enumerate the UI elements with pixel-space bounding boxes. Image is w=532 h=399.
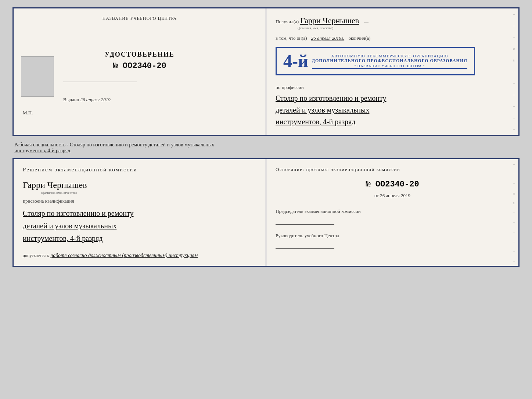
qual-line2: деталей и узлов музыкальных (23, 220, 256, 232)
top-diploma-spread: НАЗВАНИЕ УЧЕБНОГО ЦЕНТРА УДОСТОВЕРЕНИЕ №… (12, 7, 520, 136)
protocol-number-prefix: № (366, 180, 370, 189)
description-text: Рабочая специальность - Столяр по изгото… (12, 142, 520, 154)
date-prefix: от (374, 193, 379, 198)
photo-placeholder (21, 56, 54, 97)
director-role: Руководитель учебного Центра (276, 232, 509, 239)
stamp-org: " НАЗВАНИЕ УЧЕБНОГО ЦЕНТРА " (312, 64, 467, 69)
allowed-section: допускается к работе согласно должностны… (23, 252, 256, 259)
person-fio-label: (фамилия, имя, отчество) (41, 191, 256, 195)
chairman-role: Председатель экзаменационной комиссии (276, 208, 509, 215)
bottom-left-page: Решением экзаменационной комиссии Гарри … (14, 159, 266, 266)
certificate-number: № OO2340-20 (23, 61, 256, 71)
commission-title: Решением экзаменационной комиссии (23, 167, 256, 173)
recipient-row: Получил(а) Гарри Чернышев — (276, 16, 509, 25)
stamp-box: 4-й АВТОНОМНУЮ НЕКОММЕРЧЕСКУЮ ОРГАНИЗАЦИ… (276, 47, 475, 75)
dash-separator: — (364, 19, 369, 24)
description-line1: Рабочая специальность - Столяр по изгото… (14, 142, 214, 147)
stamp-year: 4-й (283, 52, 308, 70)
stamp-line2: ДОПОЛНИТЕЛЬНОГО ПРОФЕССИОНАЛЬНОГО ОБРАЗО… (312, 58, 467, 64)
issued-line: Выдано 26 апреля 2019 (63, 97, 256, 103)
right-edge-decoration-bottom: – – – и а ← – – – – – (511, 159, 517, 266)
director-signature-line (276, 248, 334, 249)
qual-line3: инструментов, 4-й разряд (23, 232, 256, 245)
profession-line1: Столяр по изготовлению и ремонту (276, 92, 509, 104)
profession-line2: деталей и узлов музыкальных (276, 104, 509, 116)
qual-line1: Столяр по изготовлению и ремонту (23, 207, 256, 220)
diploma-left-page: НАЗВАНИЕ УЧЕБНОГО ЦЕНТРА УДОСТОВЕРЕНИЕ №… (14, 8, 266, 135)
fio-label-top: (фамилия, имя, отчество) (298, 26, 509, 30)
bottom-diploma-spread: Решением экзаменационной комиссии Гарри … (12, 158, 520, 267)
recipient-prefix: Получил(а) (276, 19, 299, 24)
issued-date: 26 апреля 2019 (80, 97, 111, 102)
divider-line-1 (63, 82, 137, 82)
mp-label: М.П. (23, 110, 256, 116)
stamp-line1: АВТОНОМНУЮ НЕКОММЕРЧЕСКУЮ ОРГАНИЗАЦИЮ (312, 54, 467, 58)
allowed-value: работе согласно должностным (производств… (50, 253, 198, 258)
completed-line: в том, что он(а) 26 апреля 2019г. окончи… (276, 35, 509, 41)
profession-line3: инструментов, 4-й разряд (276, 116, 509, 128)
description-line2: инструментов, 4-й разряд (14, 148, 70, 153)
document-wrapper: НАЗВАНИЕ УЧЕБНОГО ЦЕНТРА УДОСТОВЕРЕНИЕ №… (12, 7, 520, 267)
certificate-number-value: OO2340-20 (123, 61, 166, 71)
profession-label: по профессии (276, 85, 509, 90)
protocol-number: № OO2340-20 (276, 180, 509, 189)
protocol-number-value: OO2340-20 (375, 180, 419, 189)
certificate-title: УДОСТОВЕРЕНИЕ (23, 51, 256, 58)
date-value: 26 апреля 2019 (380, 193, 410, 198)
allowed-label: допускается к (23, 253, 49, 258)
basis-title: Основание: протокол экзаменационной коми… (276, 167, 509, 172)
completed-date: 26 апреля 2019г. (311, 35, 344, 41)
qualification-text: Столяр по изготовлению и ремонту деталей… (23, 207, 256, 245)
issued-label: Выдано (63, 97, 79, 102)
recipient-name: Гарри Чернышев (300, 16, 359, 25)
number-prefix: № (113, 61, 118, 71)
right-edge-decoration: – – – и а ← – – – – – (511, 8, 517, 135)
chairman-signature-line (276, 224, 334, 225)
diploma-right-page: Получил(а) Гарри Чернышев — (фамилия, им… (266, 8, 518, 135)
completed-prefix: в том, что он(а) (276, 35, 307, 41)
qualification-label: присвоена квалификация (23, 198, 256, 204)
org-name-header: НАЗВАНИЕ УЧЕБНОГО ЦЕНТРА (23, 16, 256, 21)
completed-suffix: окончил(а) (348, 35, 370, 41)
protocol-date: от 26 апреля 2019 (276, 193, 509, 199)
profession-text: Столяр по изготовлению и ремонту деталей… (276, 92, 509, 128)
person-name-cursive: Гарри Чернышев (23, 180, 256, 190)
bottom-right-page: Основание: протокол экзаменационной коми… (266, 159, 518, 266)
